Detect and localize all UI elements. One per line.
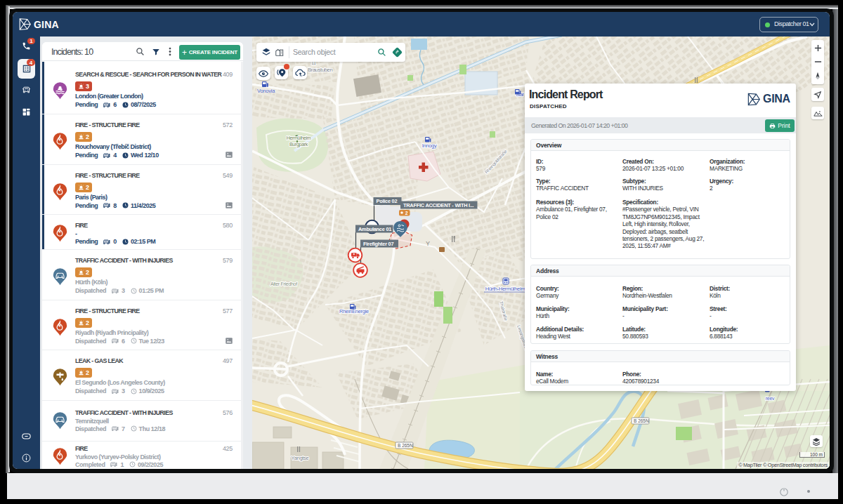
svg-text:Y: Y	[426, 240, 430, 247]
svg-text:2: 2	[405, 211, 408, 215]
svg-text:Firefighter 07: Firefighter 07	[363, 241, 393, 247]
svg-text:Burgpark: Burgpark	[289, 142, 308, 147]
svg-text:B 265N: B 265N	[634, 418, 649, 423]
svg-text:Braustuben: Braustuben	[308, 67, 332, 73]
svg-text:Alter Friedhof: Alter Friedhof	[270, 281, 297, 286]
svg-text:Innogy: Innogy	[422, 142, 437, 149]
svg-text:TRAFFIC ACCIDENT - WITH I...: TRAFFIC ACCIDENT - WITH I...	[403, 202, 473, 208]
svg-text:Ambulance 01: Ambulance 01	[358, 226, 391, 232]
svg-text:Police 02: Police 02	[377, 198, 398, 204]
svg-text:reev: reev	[766, 396, 775, 401]
svg-text:Hürth-Hermülheim: Hürth-Hermülheim	[485, 286, 525, 292]
svg-text:Hermülheim: Hermülheim	[287, 135, 311, 140]
svg-text:Yangtse: Yangtse	[292, 455, 309, 461]
svg-text:RheinEnergie: RheinEnergie	[339, 308, 369, 314]
svg-text:B 265N: B 265N	[398, 443, 413, 448]
